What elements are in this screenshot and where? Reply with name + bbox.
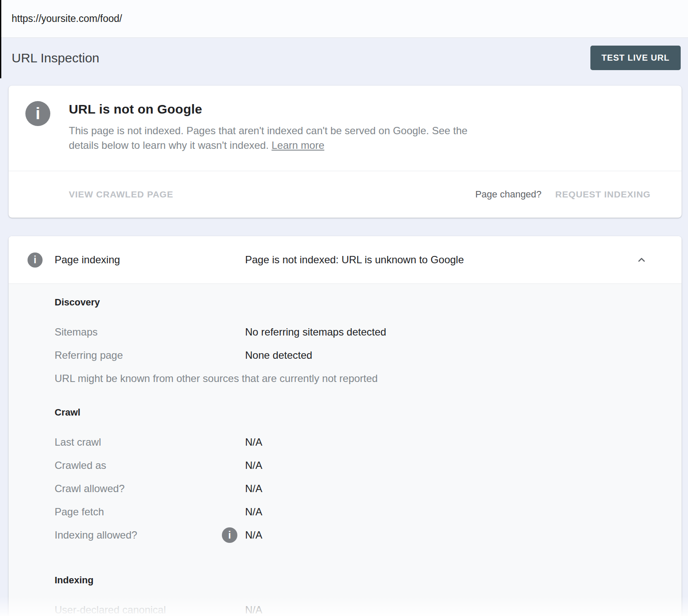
discovery-note: URL might be known from other sources th… [55,373,682,385]
table-row: Crawled as N/A [55,459,682,471]
page-header: URL Inspection TEST LIVE URL [0,38,688,78]
table-row: Page fetch N/A [55,506,682,518]
row-label: Crawl allowed? [55,483,245,495]
page-indexing-card: i Page indexing Page is not indexed: URL… [9,236,682,616]
status-description: This page is not indexed. Pages that are… [69,123,492,153]
row-value: No referring sitemaps detected [245,326,386,338]
view-crawled-page-button[interactable]: VIEW CRAWLED PAGE [69,189,173,200]
inspected-url[interactable]: https://yoursite.com/food/ [12,13,122,25]
table-row: User-declared canonical N/A [55,604,682,616]
page-changed-label: Page changed? [475,189,541,200]
row-label-text: Indexing allowed? [55,529,137,541]
status-description-text: This page is not indexed. Pages that are… [69,125,467,151]
table-row: Crawl allowed? N/A [55,483,682,495]
table-row: Referring page None detected [55,349,682,361]
row-label: Crawled as [55,459,245,471]
row-value: N/A [245,506,262,518]
page-indexing-detail: Discovery Sitemaps No referring sitemaps… [9,283,682,616]
page-indexing-title: Page indexing [55,254,120,266]
row-value: N/A [245,604,262,616]
table-row: Last crawl N/A [55,436,682,448]
status-title: URL is not on Google [69,102,492,117]
page-indexing-status: Page is not indexed: URL is unknown to G… [245,254,464,266]
page-indexing-title-group: i Page indexing [28,253,245,268]
info-icon: i [25,101,50,126]
row-value: N/A [245,459,262,471]
section-heading-discovery: Discovery [55,297,682,309]
status-card-actions: VIEW CRAWLED PAGE Page changed? REQUEST … [9,171,682,218]
actions-right: Page changed? REQUEST INDEXING [475,189,651,200]
chevron-up-icon[interactable] [635,253,648,266]
learn-more-link[interactable]: Learn more [272,139,325,151]
row-value: N/A [245,483,262,495]
row-label: Referring page [55,349,245,361]
section-heading-indexing: Indexing [55,575,682,587]
info-icon[interactable]: i [222,527,237,543]
row-label: Page fetch [55,506,245,518]
screenshot-crop-line [0,0,1,78]
page-title: URL Inspection [12,51,99,65]
status-text-column: URL is not on Google This page is not in… [69,101,492,153]
row-label: Sitemaps [55,326,245,338]
row-label: Last crawl [55,436,245,448]
test-live-url-button[interactable]: TEST LIVE URL [590,46,681,70]
row-label: User-declared canonical [55,604,245,616]
row-value: N/A [245,529,262,541]
row-label: Indexing allowed? i [55,529,245,541]
row-value: N/A [245,436,262,448]
section-heading-crawl: Crawl [55,407,682,419]
info-icon: i [28,253,43,268]
table-row: Indexing allowed? i N/A [55,529,682,541]
status-card-main: i URL is not on Google This page is not … [9,86,682,171]
url-status-card: i URL is not on Google This page is not … [9,86,682,218]
request-indexing-button[interactable]: REQUEST INDEXING [555,189,651,200]
row-value: None detected [245,349,312,361]
table-row: Sitemaps No referring sitemaps detected [55,326,682,338]
url-inspection-search-bar[interactable]: https://yoursite.com/food/ [0,0,688,38]
page-indexing-header[interactable]: i Page indexing Page is not indexed: URL… [9,236,682,283]
